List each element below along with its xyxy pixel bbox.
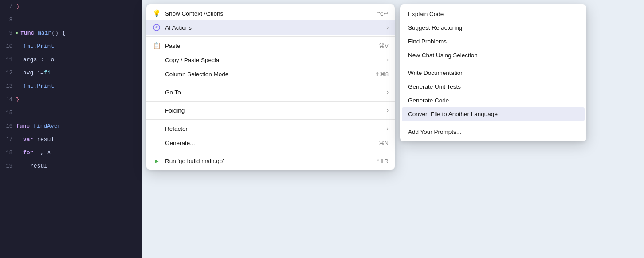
submenu-label: Add Your Prompts...	[408, 129, 461, 135]
submenu-item-find-problems[interactable]: Find Problems	[400, 35, 586, 48]
submenu-label: Generate Unit Tests	[408, 83, 461, 90]
arrow-icon: ›	[387, 24, 389, 31]
submenu-item-new-chat[interactable]: New Chat Using Selection	[400, 48, 586, 62]
shortcut-run: ^⇧R	[377, 158, 389, 164]
submenu-item-gen-unit-tests[interactable]: Generate Unit Tests	[400, 80, 586, 94]
submenu-label: Write Documentation	[408, 70, 464, 76]
menu-item-label: Column Selection Mode	[165, 71, 228, 78]
submenu-label: Generate Code...	[408, 97, 454, 104]
submenu-item-add-prompts[interactable]: Add Your Prompts...	[400, 125, 586, 139]
shortcut-generate: ⌘N	[379, 140, 389, 146]
ai-submenu: Explain Code Suggest Refactoring Find Pr…	[400, 4, 586, 141]
menu-item-folding[interactable]: Folding ›	[146, 103, 395, 117]
menu-divider-1	[146, 36, 395, 37]
menu-item-label: Run 'go build main.go'	[165, 158, 224, 164]
menu-item-label: Copy / Paste Special	[165, 57, 220, 63]
menu-divider-3	[146, 101, 395, 102]
menu-item-label: Go To	[165, 89, 181, 96]
submenu-label: Convert File to Another Language	[408, 111, 498, 117]
lightbulb-icon: 💡	[153, 9, 161, 17]
code-line-10: 10 fmt . Print	[0, 40, 142, 53]
submenu-item-explain-code[interactable]: Explain Code	[400, 7, 586, 21]
menu-item-paste[interactable]: 📋 Paste ⌘V	[146, 39, 395, 53]
menu-item-run[interactable]: ▶ Run 'go build main.go' ^⇧R	[146, 154, 395, 168]
code-line-9: 9 ▶ func main () {	[0, 27, 142, 40]
generate-icon	[153, 139, 161, 147]
menu-item-label: Paste	[165, 43, 181, 49]
menu-item-copy-paste-special[interactable]: Copy / Paste Special ›	[146, 53, 395, 67]
code-line-12: 12 avg := fi	[0, 66, 142, 80]
submenu-label: Explain Code	[408, 11, 444, 17]
folding-icon	[153, 106, 161, 114]
menu-item-label: Folding	[165, 107, 185, 114]
submenu-item-convert-file[interactable]: Convert File to Another Language	[402, 107, 585, 121]
refactor-icon	[153, 125, 161, 133]
code-line-19: 19 resul	[0, 160, 142, 173]
code-line-7: 7 )	[0, 0, 142, 13]
arrow-icon: ›	[387, 125, 389, 132]
code-line-13: 13 fmt . Print	[0, 80, 142, 93]
code-line-18: 18 for _, s	[0, 146, 142, 160]
menu-item-label: Refactor	[165, 125, 188, 132]
submenu-item-suggest-refactoring[interactable]: Suggest Refactoring	[400, 21, 586, 35]
code-line-16: 16 func findAver	[0, 120, 142, 133]
menu-divider-4	[146, 119, 395, 120]
shortcut-column: ⇧⌘8	[375, 71, 389, 78]
menu-item-go-to[interactable]: Go To ›	[146, 85, 395, 99]
submenu-label: Suggest Refactoring	[408, 24, 462, 31]
menu-item-generate[interactable]: Generate... ⌘N	[146, 136, 395, 150]
menu-item-show-context-actions[interactable]: 💡 Show Context Actions ⌥↩	[146, 6, 395, 20]
submenu-divider-1	[400, 64, 586, 64]
menu-item-label: Show Context Actions	[165, 10, 223, 17]
context-menu: 💡 Show Context Actions ⌥↩ AI Actions › 📋…	[146, 4, 395, 170]
code-line-17: 17 var resul	[0, 133, 142, 146]
arrow-icon: ›	[387, 89, 389, 95]
code-line-14: 14 }	[0, 93, 142, 106]
column-icon	[153, 70, 161, 78]
shortcut-paste: ⌘V	[379, 43, 389, 49]
submenu-label: New Chat Using Selection	[408, 52, 478, 59]
copy-paste-icon	[153, 56, 161, 64]
code-line-8: 8	[0, 13, 142, 27]
run-icon: ▶	[153, 157, 161, 165]
code-line-11: 11 args := o	[0, 53, 142, 66]
menu-item-ai-actions[interactable]: AI Actions ›	[146, 20, 395, 35]
code-line-15: 15	[0, 106, 142, 120]
submenu-item-write-docs[interactable]: Write Documentation	[400, 66, 586, 80]
menu-item-label: AI Actions	[165, 24, 192, 31]
goto-icon	[153, 88, 161, 96]
ai-icon	[153, 23, 161, 31]
menu-item-label: Generate...	[165, 140, 195, 146]
submenu-divider-2	[400, 123, 586, 123]
arrow-icon: ›	[387, 107, 389, 113]
shortcut-show-context: ⌥↩	[377, 10, 389, 17]
arrow-icon: ›	[387, 57, 389, 63]
submenu-label: Find Problems	[408, 38, 447, 45]
menu-item-column-selection[interactable]: Column Selection Mode ⇧⌘8	[146, 67, 395, 81]
menu-divider-2	[146, 83, 395, 83]
code-editor: 7 ) 8 9 ▶ func main () { 10 fmt . Print …	[0, 0, 142, 258]
menu-item-refactor[interactable]: Refactor ›	[146, 121, 395, 136]
submenu-item-gen-code[interactable]: Generate Code...	[400, 94, 586, 107]
clipboard-icon: 📋	[153, 42, 161, 50]
menu-divider-5	[146, 152, 395, 152]
